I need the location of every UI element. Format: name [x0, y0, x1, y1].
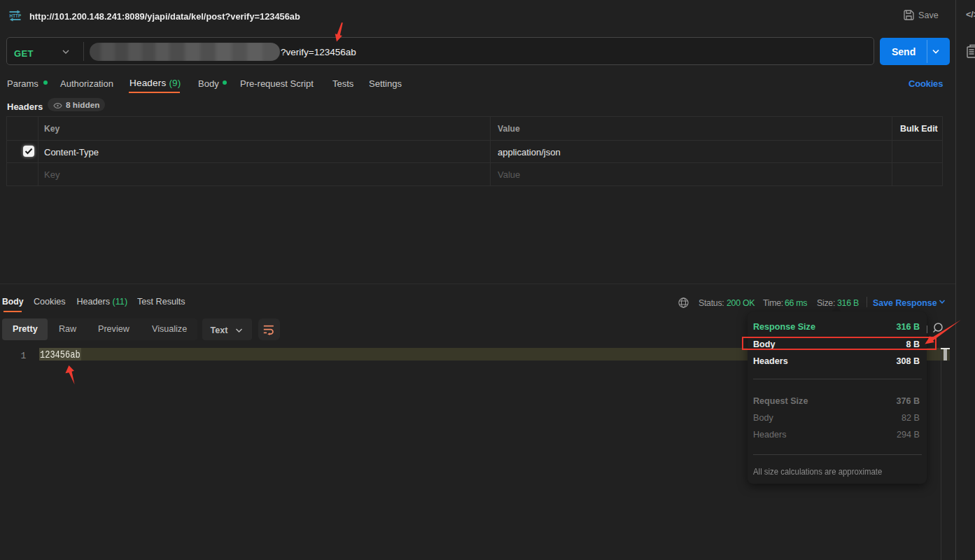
svg-text:HTTP: HTTP — [10, 13, 22, 19]
